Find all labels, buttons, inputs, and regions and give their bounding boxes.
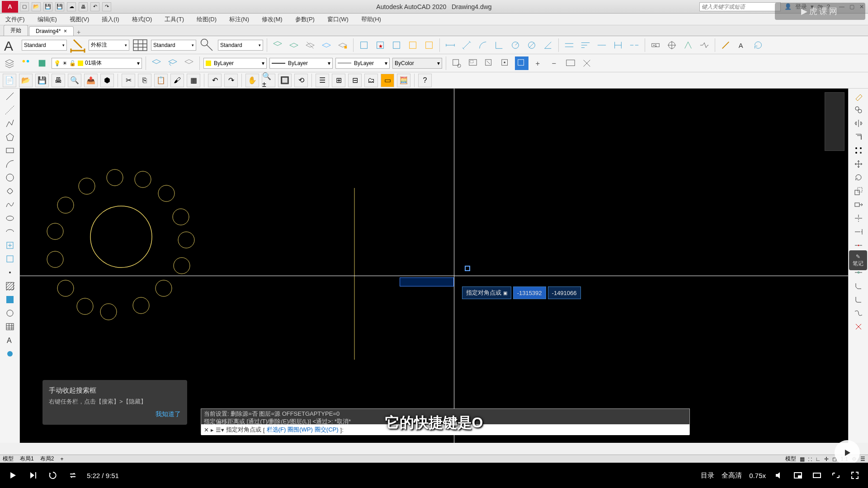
layer-on-icon[interactable] [287, 38, 301, 52]
view-cube[interactable] [825, 92, 844, 151]
open-icon[interactable]: 📂 [32, 2, 41, 11]
plotstyle-dropdown[interactable]: ByColor▾ [392, 58, 442, 69]
array-icon[interactable] [853, 145, 864, 156]
dim-linear-icon[interactable] [443, 38, 457, 52]
ellipse-arc-icon[interactable] [4, 226, 16, 238]
region-icon[interactable] [4, 307, 16, 319]
revcloud-icon[interactable] [4, 185, 16, 197]
zoom-prev-icon[interactable]: ⟲ [294, 74, 308, 87]
tooltip-ok-button[interactable]: 我知道了 [49, 410, 181, 418]
polyline-icon[interactable] [4, 117, 16, 129]
menu-file[interactable]: 文件(F) [4, 14, 27, 24]
polar-toggle-icon[interactable]: ✛ [824, 456, 829, 462]
menu-param[interactable]: 参数(P) [293, 14, 316, 24]
sheet-set-icon[interactable]: 🗂 [364, 74, 378, 87]
point-icon[interactable] [4, 267, 16, 278]
dim-style-select[interactable]: 外标注▾ [89, 40, 129, 51]
3d-icon[interactable]: ⬢ [100, 74, 114, 87]
layer-prev-icon[interactable] [166, 56, 179, 70]
erase-icon[interactable] [853, 90, 864, 102]
dim-space-icon[interactable] [611, 38, 625, 52]
chamfer-icon[interactable] [853, 280, 864, 292]
dim-angular-icon[interactable] [541, 38, 555, 52]
ellipse-icon[interactable] [4, 212, 16, 224]
web-icon[interactable]: ☁ [67, 2, 76, 11]
dim-baseline-icon[interactable] [579, 38, 592, 52]
snap-toggle-icon[interactable]: ⸬ [808, 456, 812, 462]
menu-dimension[interactable]: 标注(N) [227, 14, 251, 24]
dim-aligned-icon[interactable] [460, 38, 473, 52]
tab-close-icon[interactable]: × [64, 28, 67, 34]
create-block-icon[interactable]: ★ [373, 38, 387, 52]
catalog-button[interactable]: 目录 [701, 471, 714, 480]
volume-icon[interactable] [773, 469, 785, 481]
tool-palette-icon[interactable]: ⊟ [348, 74, 362, 87]
trim-icon[interactable] [853, 212, 864, 224]
add-selected-icon[interactable] [4, 348, 16, 360]
play-button[interactable] [7, 469, 19, 481]
mleader-style-icon[interactable] [199, 37, 215, 53]
text-style-select[interactable]: Standard▾ [22, 40, 67, 51]
dim-arc-icon[interactable] [476, 38, 490, 52]
zoom-rt-icon[interactable]: 🔍± [262, 74, 275, 87]
fullscreen-icon[interactable] [849, 469, 861, 481]
spline-icon[interactable] [4, 199, 16, 211]
attr-icon[interactable] [406, 38, 420, 52]
grid-toggle-icon[interactable]: ▦ [800, 456, 805, 462]
quality-button[interactable]: 全高清 [722, 471, 742, 480]
block-editor-icon[interactable]: ▦ [187, 74, 200, 87]
menu-modify[interactable]: 修改(M) [260, 14, 284, 24]
color-dropdown[interactable]: ByLayer▾ [203, 58, 267, 69]
saveas-icon[interactable]: 💾 [55, 2, 64, 11]
rotate-icon[interactable] [853, 172, 864, 183]
layer-change-icon[interactable] [182, 56, 196, 70]
table-style-icon[interactable] [132, 37, 148, 53]
calc-icon[interactable]: 🧮 [397, 74, 410, 87]
zoom-window-icon[interactable] [450, 56, 463, 70]
dim-break-icon[interactable] [627, 38, 641, 52]
insert-block-icon[interactable] [357, 38, 371, 52]
layout1-tab[interactable]: 布局1 [20, 455, 34, 463]
pan-icon[interactable]: ✋ [245, 74, 259, 87]
zoom-in-icon[interactable]: + [531, 56, 545, 70]
center-mark-icon[interactable] [665, 38, 679, 52]
menu-insert[interactable]: 插入(I) [100, 14, 121, 24]
dynamic-x-input[interactable]: -1315392 [513, 286, 546, 299]
customize-icon[interactable]: ☰ [860, 456, 865, 462]
model-tab[interactable]: 模型 [3, 455, 14, 463]
table-icon[interactable] [4, 321, 16, 333]
speed-button[interactable]: 0.75x [749, 472, 766, 479]
mirror-icon[interactable] [853, 117, 864, 129]
zoom-object-icon[interactable] [515, 56, 528, 70]
open-file-icon[interactable]: 📂 [19, 74, 33, 87]
blend-icon[interactable] [853, 307, 864, 319]
design-center-icon[interactable]: ⊞ [332, 74, 345, 87]
tab-current-drawing[interactable]: Drawing4* × [29, 26, 74, 36]
markup-icon[interactable]: ▭ [381, 74, 394, 87]
gradient-icon[interactable] [4, 294, 16, 305]
construction-line-icon[interactable] [4, 104, 16, 116]
circle-icon[interactable] [4, 172, 16, 183]
polygon-icon[interactable] [4, 131, 16, 143]
extend-icon[interactable] [853, 226, 864, 238]
loop-button[interactable] [67, 469, 79, 481]
dim-style-icon[interactable] [70, 37, 86, 53]
dim-update-icon[interactable] [751, 38, 765, 52]
dynamic-y-input[interactable]: -1491066 [548, 286, 581, 299]
paste-icon[interactable]: 📋 [154, 74, 168, 87]
ortho-toggle-icon[interactable]: ∟ [816, 456, 821, 462]
undo-icon[interactable]: ↶ [90, 2, 99, 11]
match-icon[interactable]: 🖌 [170, 74, 184, 87]
break-point-icon[interactable] [853, 239, 864, 251]
inspect-icon[interactable] [681, 38, 695, 52]
pip-icon[interactable] [792, 469, 804, 481]
replay-button[interactable] [47, 469, 59, 481]
new-file-icon[interactable]: 📄 [3, 74, 16, 87]
offset-icon[interactable] [853, 131, 864, 143]
notes-badge[interactable]: ✎笔记 [849, 250, 867, 270]
text-style-icon[interactable]: A [3, 37, 19, 53]
jogged-icon[interactable] [698, 38, 711, 52]
zoom-extents-icon[interactable] [580, 56, 594, 70]
plot-icon[interactable]: 🖶 [79, 2, 88, 11]
menu-window[interactable]: 窗口(W) [326, 14, 350, 24]
